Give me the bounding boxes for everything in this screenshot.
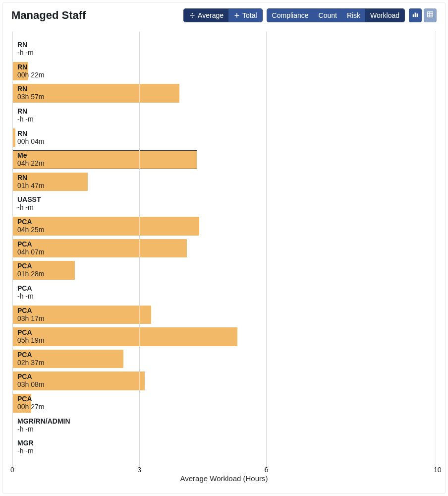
tab-risk[interactable]: Risk [342, 9, 365, 22]
total-label: Total [242, 11, 257, 19]
row-category-label: MGR/RN/ADMIN [17, 417, 70, 425]
chart-row[interactable]: UASST-h -m [12, 193, 436, 215]
svg-rect-4 [235, 15, 239, 16]
svg-rect-7 [417, 13, 418, 17]
row-category-label: Me [17, 151, 27, 159]
average-button[interactable]: Average [184, 9, 228, 22]
x-axis-label: Average Workload (Hours) [12, 474, 436, 483]
bar-chart-icon [412, 11, 419, 20]
metric-tabs: Compliance Count Risk Workload [267, 8, 405, 22]
row-category-label: PCA [17, 372, 32, 380]
gridline [139, 31, 140, 468]
chart-row[interactable]: PCA01h 28m [12, 259, 436, 282]
row-category-label: RN [17, 107, 27, 115]
aggregate-toggle: Average Total [183, 8, 262, 22]
chart-row[interactable]: PCA04h 25m [12, 215, 436, 238]
chart-row[interactable]: PCA02h 37m [12, 348, 436, 371]
chart-row[interactable]: PCA05h 19m [12, 326, 436, 348]
chart-row[interactable]: MGR/RN/ADMIN-h -m [12, 415, 436, 437]
svg-rect-1 [190, 15, 195, 15]
x-tick-label: 6 [264, 466, 268, 474]
chart-row[interactable]: PCA03h 17m [12, 304, 436, 326]
row-value-label: -h -m [17, 293, 34, 300]
chart-row[interactable]: RN01h 47m [12, 171, 436, 193]
svg-rect-8 [428, 12, 433, 17]
tab-count[interactable]: Count [314, 9, 342, 22]
x-tick-label: 0 [10, 466, 14, 474]
svg-point-0 [192, 13, 193, 14]
divide-icon [189, 12, 196, 19]
view-toggle [409, 8, 437, 22]
chart-row[interactable]: RN00h 22m [12, 61, 436, 83]
svg-rect-5 [413, 14, 414, 17]
average-label: Average [198, 11, 224, 19]
row-category-label: RN [17, 41, 27, 49]
chart-row[interactable]: RN-h -m [12, 38, 436, 61]
row-category-label: PCA [17, 284, 32, 292]
chart-row[interactable]: PCA00h 27m [12, 392, 436, 415]
row-value-label: -h -m [17, 204, 34, 211]
gridline [436, 31, 436, 468]
row-value-label: 01h 28m [17, 270, 44, 278]
workload-chart: RN-h -mRN00h 22mRN03h 57mRN-h -mRN00h 04… [12, 31, 436, 483]
row-category-label: PCA [17, 262, 32, 270]
row-value-label: 04h 22m [17, 160, 44, 167]
row-category-label: PCA [17, 240, 32, 248]
svg-point-2 [192, 16, 193, 17]
row-category-label: UASST [17, 195, 41, 203]
row-category-label: PCA [17, 218, 32, 226]
row-value-label: -h -m [17, 116, 34, 123]
row-value-label: 00h 27m [17, 403, 44, 411]
chart-view-button[interactable] [409, 8, 422, 22]
gridline [266, 31, 267, 468]
row-value-label: 05h 19m [17, 337, 44, 344]
table-icon [427, 11, 434, 20]
table-view-button[interactable] [424, 8, 437, 22]
row-value-label: 00h 22m [17, 71, 44, 79]
row-category-label: MGR [17, 439, 34, 447]
chart-bars-area: RN-h -mRN00h 22mRN03h 57mRN-h -mRN00h 04… [12, 38, 436, 459]
chart-row[interactable]: PCA04h 07m [12, 238, 436, 260]
chart-row[interactable]: RN-h -m [12, 105, 436, 127]
row-value-label: 02h 37m [17, 359, 44, 367]
row-value-label: 04h 25m [17, 226, 44, 234]
row-category-label: RN [17, 129, 27, 137]
chart-row[interactable]: RN03h 57m [12, 82, 436, 105]
bar [12, 327, 237, 346]
row-value-label: 00h 04m [17, 138, 44, 145]
chart-row[interactable]: MGR-h -m [12, 436, 436, 459]
row-value-label: -h -m [17, 49, 34, 57]
row-category-label: RN [17, 174, 27, 182]
managed-staff-card: Managed Staff Average Total [2, 2, 446, 494]
tab-workload[interactable]: Workload [365, 9, 404, 22]
plus-icon [233, 12, 240, 19]
header-controls: Average Total Compliance Count Risk Work… [183, 8, 437, 22]
row-value-label: 03h 57m [17, 93, 44, 101]
chart-row[interactable]: RN00h 04m [12, 127, 436, 149]
gridline [12, 31, 13, 468]
row-value-label: -h -m [17, 426, 34, 433]
row-category-label: PCA [17, 307, 32, 314]
row-category-label: RN [17, 63, 27, 71]
x-tick-label: 3 [137, 466, 141, 474]
tab-compliance[interactable]: Compliance [267, 9, 314, 22]
row-value-label: 01h 47m [17, 182, 44, 189]
chart-row[interactable]: PCA-h -m [12, 282, 436, 304]
x-tick-label: 10 [434, 466, 442, 474]
row-category-label: PCA [17, 328, 32, 336]
row-value-label: 04h 07m [17, 248, 44, 256]
row-value-label: 03h 17m [17, 315, 44, 322]
row-category-label: PCA [17, 395, 32, 403]
row-category-label: RN [17, 85, 27, 93]
total-button[interactable]: Total [228, 9, 262, 22]
row-value-label: -h -m [17, 447, 34, 455]
chart-row[interactable]: Me04h 22m [12, 149, 436, 171]
card-title: Managed Staff [11, 9, 86, 22]
chart-row[interactable]: PCA03h 08m [12, 370, 436, 392]
row-category-label: PCA [17, 351, 32, 359]
card-header: Managed Staff Average Total [2, 2, 446, 27]
row-value-label: 03h 08m [17, 381, 44, 388]
svg-rect-6 [415, 13, 416, 17]
